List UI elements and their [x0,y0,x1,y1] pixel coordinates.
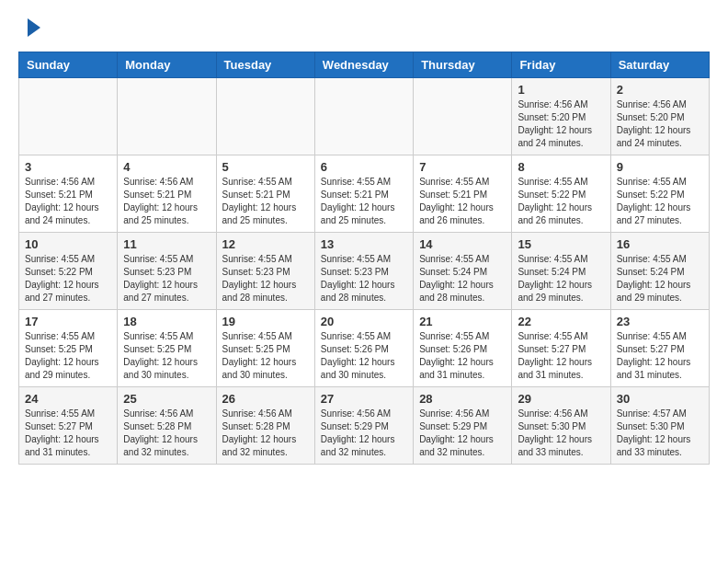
day-info: Sunrise: 4:56 AM Sunset: 5:21 PM Dayligh… [123,176,210,227]
calendar-day-cell: 14Sunrise: 4:55 AM Sunset: 5:24 PM Dayli… [414,233,512,310]
day-info: Sunrise: 4:55 AM Sunset: 5:21 PM Dayligh… [222,176,309,227]
day-info: Sunrise: 4:55 AM Sunset: 5:26 PM Dayligh… [419,330,506,382]
day-number: 19 [222,315,309,328]
day-number: 12 [222,237,309,251]
calendar-week-row: 10Sunrise: 4:55 AM Sunset: 5:22 PM Dayli… [19,233,710,310]
day-number: 1 [518,83,604,97]
day-number: 11 [123,237,210,251]
calendar-day-cell: 23Sunrise: 4:55 AM Sunset: 5:27 PM Dayli… [610,310,709,387]
calendar-day-cell: 21Sunrise: 4:55 AM Sunset: 5:26 PM Dayli… [414,310,512,387]
day-number: 16 [617,237,703,251]
day-number: 14 [419,237,506,251]
day-info: Sunrise: 4:55 AM Sunset: 5:26 PM Dayligh… [321,330,407,382]
calendar-day-cell: 16Sunrise: 4:55 AM Sunset: 5:24 PM Dayli… [610,233,709,310]
day-info: Sunrise: 4:55 AM Sunset: 5:25 PM Dayligh… [123,330,210,382]
day-number: 25 [123,392,210,406]
calendar-day-cell: 18Sunrise: 4:55 AM Sunset: 5:25 PM Dayli… [118,310,216,387]
day-info: Sunrise: 4:55 AM Sunset: 5:24 PM Dayligh… [419,253,506,304]
calendar-day-cell: 13Sunrise: 4:55 AM Sunset: 5:23 PM Dayli… [314,233,413,310]
day-number: 6 [321,160,407,174]
day-number: 20 [321,315,407,328]
calendar-day-header: Friday [512,52,610,78]
calendar-day-cell: 28Sunrise: 4:56 AM Sunset: 5:29 PM Dayli… [414,387,512,465]
calendar-day-header: Saturday [610,52,709,78]
calendar-day-cell [314,78,413,155]
calendar-day-cell: 3Sunrise: 4:56 AM Sunset: 5:21 PM Daylig… [19,155,118,233]
calendar-day-cell: 4Sunrise: 4:56 AM Sunset: 5:21 PM Daylig… [118,155,216,233]
day-info: Sunrise: 4:55 AM Sunset: 5:23 PM Dayligh… [321,253,407,304]
day-number: 29 [518,392,604,406]
day-number: 15 [518,237,604,251]
calendar-day-cell: 30Sunrise: 4:57 AM Sunset: 5:30 PM Dayli… [610,387,709,465]
day-number: 22 [518,315,604,328]
day-info: Sunrise: 4:55 AM Sunset: 5:27 PM Dayligh… [25,408,111,459]
day-info: Sunrise: 4:56 AM Sunset: 5:28 PM Dayligh… [123,408,210,459]
calendar-day-cell: 10Sunrise: 4:55 AM Sunset: 5:22 PM Dayli… [19,233,118,310]
day-info: Sunrise: 4:56 AM Sunset: 5:28 PM Dayligh… [222,408,309,459]
calendar-day-cell [414,78,512,155]
calendar-week-row: 1Sunrise: 4:56 AM Sunset: 5:20 PM Daylig… [19,78,710,155]
day-number: 4 [123,160,210,174]
day-number: 18 [123,315,210,328]
day-info: Sunrise: 4:55 AM Sunset: 5:27 PM Dayligh… [518,330,604,382]
calendar-table: SundayMondayTuesdayWednesdayThursdayFrid… [18,52,710,465]
calendar-day-cell: 26Sunrise: 4:56 AM Sunset: 5:28 PM Dayli… [216,387,314,465]
calendar-day-cell: 27Sunrise: 4:56 AM Sunset: 5:29 PM Dayli… [314,387,413,465]
calendar-day-cell [19,78,118,155]
calendar-day-cell: 9Sunrise: 4:55 AM Sunset: 5:22 PM Daylig… [610,155,709,233]
calendar-day-header: Sunday [19,52,118,78]
calendar-week-row: 3Sunrise: 4:56 AM Sunset: 5:21 PM Daylig… [19,155,710,233]
calendar-day-cell: 22Sunrise: 4:55 AM Sunset: 5:27 PM Dayli… [512,310,610,387]
calendar-day-header: Monday [118,52,216,78]
day-info: Sunrise: 4:55 AM Sunset: 5:22 PM Dayligh… [518,176,604,227]
day-info: Sunrise: 4:55 AM Sunset: 5:21 PM Dayligh… [419,176,506,227]
calendar-day-cell: 20Sunrise: 4:55 AM Sunset: 5:26 PM Dayli… [314,310,413,387]
day-info: Sunrise: 4:55 AM Sunset: 5:22 PM Dayligh… [25,253,111,304]
calendar-day-cell: 19Sunrise: 4:55 AM Sunset: 5:25 PM Dayli… [216,310,314,387]
day-number: 9 [617,160,703,174]
day-info: Sunrise: 4:55 AM Sunset: 5:24 PM Dayligh… [518,253,604,304]
calendar-day-header: Thursday [414,52,512,78]
day-number: 2 [617,83,703,97]
calendar-day-header: Tuesday [216,52,314,78]
day-number: 13 [321,237,407,251]
day-info: Sunrise: 4:56 AM Sunset: 5:21 PM Dayligh… [25,176,111,227]
day-number: 10 [25,237,111,251]
logo [18,18,40,37]
day-number: 8 [518,160,604,174]
day-info: Sunrise: 4:56 AM Sunset: 5:20 PM Dayligh… [617,98,703,150]
day-number: 3 [25,160,111,174]
day-number: 27 [321,392,407,406]
day-info: Sunrise: 4:55 AM Sunset: 5:23 PM Dayligh… [123,253,210,304]
calendar-day-cell [216,78,314,155]
calendar-day-cell: 5Sunrise: 4:55 AM Sunset: 5:21 PM Daylig… [216,155,314,233]
day-number: 28 [419,392,506,406]
day-info: Sunrise: 4:55 AM Sunset: 5:24 PM Dayligh… [617,253,703,304]
calendar-day-cell: 1Sunrise: 4:56 AM Sunset: 5:20 PM Daylig… [512,78,610,155]
calendar-day-cell: 8Sunrise: 4:55 AM Sunset: 5:22 PM Daylig… [512,155,610,233]
day-info: Sunrise: 4:55 AM Sunset: 5:21 PM Dayligh… [321,176,407,227]
calendar-day-cell: 29Sunrise: 4:56 AM Sunset: 5:30 PM Dayli… [512,387,610,465]
day-number: 30 [617,392,703,406]
calendar-day-header: Wednesday [314,52,413,78]
day-number: 26 [222,392,309,406]
calendar-day-cell: 17Sunrise: 4:55 AM Sunset: 5:25 PM Dayli… [19,310,118,387]
calendar-day-cell: 15Sunrise: 4:55 AM Sunset: 5:24 PM Dayli… [512,233,610,310]
day-info: Sunrise: 4:55 AM Sunset: 5:25 PM Dayligh… [25,330,111,382]
day-number: 7 [419,160,506,174]
calendar-header-row: SundayMondayTuesdayWednesdayThursdayFrid… [19,52,710,78]
day-number: 24 [25,392,111,406]
calendar-day-cell [118,78,216,155]
day-info: Sunrise: 4:55 AM Sunset: 5:22 PM Dayligh… [617,176,703,227]
calendar-week-row: 24Sunrise: 4:55 AM Sunset: 5:27 PM Dayli… [19,387,710,465]
day-info: Sunrise: 4:55 AM Sunset: 5:25 PM Dayligh… [222,330,309,382]
day-number: 17 [25,315,111,328]
calendar-day-cell: 11Sunrise: 4:55 AM Sunset: 5:23 PM Dayli… [118,233,216,310]
page-header [18,18,710,37]
day-info: Sunrise: 4:55 AM Sunset: 5:27 PM Dayligh… [617,330,703,382]
calendar-week-row: 17Sunrise: 4:55 AM Sunset: 5:25 PM Dayli… [19,310,710,387]
day-number: 21 [419,315,506,328]
day-info: Sunrise: 4:56 AM Sunset: 5:29 PM Dayligh… [321,408,407,459]
calendar-day-cell: 12Sunrise: 4:55 AM Sunset: 5:23 PM Dayli… [216,233,314,310]
day-info: Sunrise: 4:56 AM Sunset: 5:20 PM Dayligh… [518,98,604,150]
